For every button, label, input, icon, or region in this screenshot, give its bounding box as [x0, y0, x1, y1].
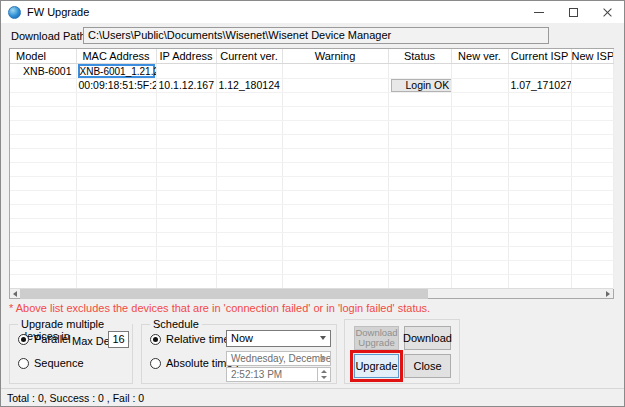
spin-down-icon — [318, 375, 330, 382]
download-path-label: Download Path — [11, 30, 86, 42]
table-row-empty — [10, 274, 613, 288]
app-icon — [8, 6, 21, 19]
scroll-right-arrow-icon[interactable] — [603, 289, 613, 299]
sequence-radio-icon[interactable] — [18, 358, 29, 369]
table-row-empty — [10, 260, 613, 274]
table-row-empty — [10, 162, 613, 176]
status-bar-text: Total : 0, Success : 0 , Fail : 0 — [7, 392, 144, 404]
col-header-model[interactable]: Model — [10, 49, 76, 63]
max-device-input[interactable]: 16 — [108, 331, 129, 348]
absolute-time-value: 2:52:13 PM — [231, 369, 282, 380]
current-isp-cell: 1.07_171027 — [508, 78, 571, 92]
table-header-row: Model MAC Address IP Address Current ver… — [10, 49, 613, 63]
col-header-warning[interactable]: Warning — [282, 49, 388, 63]
model-cell: XNB-6001 — [10, 63, 76, 78]
table-row-empty — [10, 134, 613, 148]
parallel-radio[interactable]: Parallel — [18, 333, 71, 345]
table-row-empty — [10, 176, 613, 190]
table-row-empty — [10, 92, 613, 106]
maximize-icon — [569, 8, 578, 17]
table-row-empty — [10, 106, 613, 120]
download-path-row: Download Path C:\Users\Public\Documents\… — [1, 27, 624, 44]
schedule-group-title: Schedule — [150, 318, 202, 330]
relative-time-radio[interactable]: Relative time : — [150, 333, 236, 345]
table-row-empty — [10, 120, 613, 134]
spinner-arrows[interactable] — [317, 368, 330, 381]
minimize-icon — [534, 12, 544, 13]
fw-upgrade-dialog: FW Upgrade Download Path C:\Users\Public… — [0, 0, 625, 407]
minimize-button[interactable] — [522, 1, 556, 23]
col-header-new-isp[interactable]: New ISP — [571, 49, 613, 63]
close-icon — [602, 7, 613, 18]
download-upgrade-button: Download Upgrade — [354, 326, 399, 350]
horizontal-scrollbar[interactable] — [10, 288, 613, 298]
parallel-radio-icon[interactable] — [18, 334, 29, 345]
absolute-date-value: Wednesday, December 11, 20 — [231, 353, 331, 364]
title-bar: FW Upgrade — [1, 1, 624, 23]
table-row-empty — [10, 246, 613, 260]
relative-time-select[interactable]: Now — [226, 330, 331, 347]
parallel-label: Parallel — [34, 333, 71, 345]
firmware-file-cell[interactable]: XNB-6001_1.21.20_2 — [78, 64, 155, 78]
close-window-button[interactable] — [590, 1, 624, 23]
chevron-down-icon — [320, 336, 326, 340]
current-ver-cell: 1.12_180124 — [216, 78, 282, 92]
sequence-radio[interactable]: Sequence — [18, 357, 84, 369]
table-row-empty — [10, 148, 613, 162]
absolute-time-radio-icon[interactable] — [150, 358, 161, 369]
col-header-mac[interactable]: MAC Address — [76, 49, 156, 63]
upgrade-button[interactable]: Upgrade — [354, 354, 399, 378]
download-path-input[interactable]: C:\Users\Public\Documents\Wisenet\Wisene… — [83, 27, 549, 44]
col-header-new-ver[interactable]: New ver. — [451, 49, 508, 63]
close-button[interactable]: Close — [404, 354, 451, 378]
device-table: Model MAC Address IP Address Current ver… — [9, 48, 614, 299]
table-empty-rows — [10, 92, 613, 288]
mac-cell: 00:09:18:51:5F:22 — [76, 78, 156, 92]
scrollbar-thumb[interactable] — [20, 289, 428, 299]
scroll-left-arrow-icon[interactable] — [10, 289, 20, 299]
table-row-empty — [10, 232, 613, 246]
col-header-ip[interactable]: IP Address — [156, 49, 216, 63]
col-header-status[interactable]: Status — [388, 49, 451, 63]
upgrade-mode-group: Upgrade multiple devices in Parallel Max… — [9, 324, 133, 384]
schedule-group: Schedule Relative time : Now Absolute ti… — [141, 324, 337, 384]
table-row-device[interactable]: 00:09:18:51:5F:22 10.1.12.167 1.12_18012… — [10, 78, 613, 92]
col-header-current-ver[interactable]: Current ver. — [216, 49, 282, 63]
absolute-date-select[interactable]: Wednesday, December 11, 20 — [226, 351, 331, 366]
window-title: FW Upgrade — [27, 6, 89, 18]
col-header-current-isp[interactable]: Current ISP — [508, 49, 571, 63]
status-bar: Total : 0, Success : 0 , Fail : 0 — [1, 388, 624, 406]
relative-time-value: Now — [231, 332, 253, 344]
table-row-empty — [10, 218, 613, 232]
ip-cell: 10.1.12.167 — [156, 78, 216, 92]
status-badge: Login OK — [391, 79, 452, 92]
download-button[interactable]: Download — [404, 326, 451, 350]
absolute-time-spinner[interactable]: 2:52:13 PM — [226, 367, 331, 382]
table-row-empty — [10, 204, 613, 218]
sequence-label: Sequence — [34, 357, 84, 369]
exclusion-note: * Above list excludes the devices that a… — [9, 302, 430, 314]
relative-time-radio-icon[interactable] — [150, 334, 161, 345]
table-row-empty — [10, 190, 613, 204]
table-row-model-group[interactable]: XNB-6001 XNB-6001_1.21.20_2 — [10, 63, 613, 78]
maximize-button[interactable] — [556, 1, 590, 23]
chevron-down-icon — [320, 357, 326, 361]
action-buttons-group: Download Upgrade Download Upgrade Close — [344, 319, 460, 384]
